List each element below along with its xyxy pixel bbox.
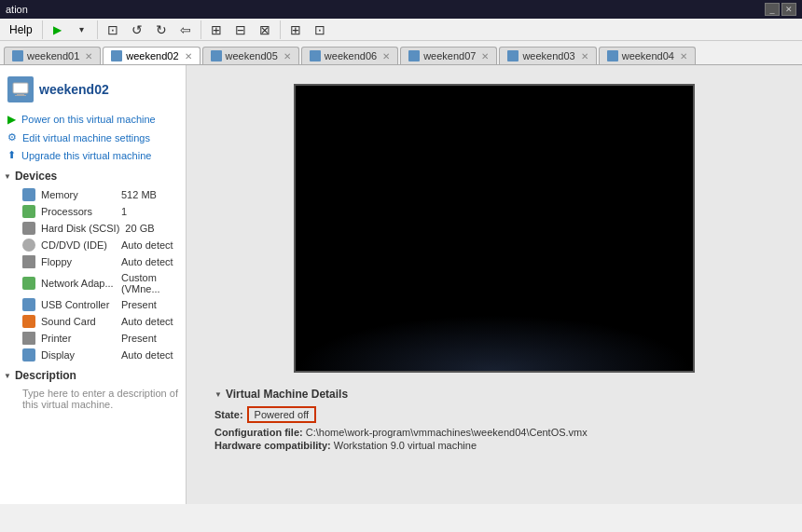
tab-close-weekend03[interactable]: ✕ [581, 51, 588, 61]
device-row-floppy[interactable]: Floppy Auto detect [0, 253, 186, 270]
tab-close-weekend06[interactable]: ✕ [382, 51, 390, 61]
devices-header-label: Devices [15, 170, 57, 183]
device-row-network[interactable]: Network Adap... Custom (VMne... [0, 270, 186, 296]
toolbar-btn-9[interactable]: ⊡ [309, 20, 331, 40]
network-icon [22, 277, 35, 290]
toolbar-btn-5[interactable]: ⊞ [205, 20, 228, 40]
vm-monitor-icon [12, 81, 29, 98]
tab-icon-weekend03 [507, 50, 519, 61]
device-value-floppy: Auto detect [121, 256, 173, 267]
tab-label-weekend05: weekend05 [226, 50, 278, 61]
toolbar-btn-7[interactable]: ⊠ [254, 20, 276, 40]
action-upgrade[interactable]: ⬆ Upgrade this virtual machine [0, 146, 186, 164]
hardware-value: Workstation 9.0 virtual machine [334, 440, 477, 451]
menu-bar: Help ▶ ▾ ⊡ ↺ ↻ ⇦ ⊞ ⊟ ⊠ ⊞ ⊡ [0, 19, 802, 41]
tab-weekend07[interactable]: weekend07 ✕ [400, 47, 497, 64]
tab-icon-weekend07 [408, 50, 420, 61]
tab-weekend03[interactable]: weekend03 ✕ [499, 47, 596, 64]
edit-settings-icon: ⚙ [7, 131, 17, 143]
upgrade-icon: ⬆ [7, 149, 16, 161]
window-controls: _ ✕ [765, 3, 796, 16]
device-value-memory: 512 MB [121, 189, 157, 200]
device-name-printer: Printer [41, 333, 116, 344]
tab-weekend05[interactable]: weekend05 ✕ [202, 47, 299, 64]
vm-icon [7, 76, 34, 102]
content-area: ▼ Virtual Machine Details State: Powered… [187, 65, 802, 504]
toolbar-separator-2 [97, 20, 98, 39]
device-row-cddvd[interactable]: CD/DVD (IDE) Auto detect [0, 237, 186, 253]
device-row-display[interactable]: Display Auto detect [0, 347, 186, 363]
tab-label-weekend07: weekend07 [423, 50, 476, 61]
power-on-icon: ▶ [7, 113, 16, 126]
toolbar-btn-1[interactable]: ⊡ [102, 20, 124, 40]
play-button[interactable]: ▶ [47, 20, 69, 40]
toolbar-btn-8[interactable]: ⊞ [284, 20, 307, 40]
tab-weekend01[interactable]: weekend01 ✕ [4, 47, 101, 64]
minimize-button[interactable]: _ [765, 3, 780, 16]
tab-close-weekend02[interactable]: ✕ [185, 51, 192, 61]
tab-icon-weekend01 [12, 50, 23, 61]
config-label: Configuration file: [214, 427, 303, 438]
device-row-processors[interactable]: Processors 1 [0, 203, 186, 220]
close-button[interactable]: ✕ [781, 3, 796, 16]
details-section-header[interactable]: ▼ Virtual Machine Details [214, 388, 774, 401]
main-layout: weekend02 ▶ Power on this virtual machin… [0, 65, 802, 504]
device-row-harddisk[interactable]: Hard Disk (SCSI) 20 GB [0, 220, 186, 237]
tab-weekend06[interactable]: weekend06 ✕ [301, 47, 398, 64]
soundcard-icon [22, 315, 35, 328]
device-value-cddvd: Auto detect [121, 239, 173, 251]
device-name-processors: Processors [41, 206, 116, 217]
device-row-memory[interactable]: Memory 512 MB [0, 186, 186, 203]
toolbar-btn-2[interactable]: ↺ [126, 20, 148, 40]
device-row-soundcard[interactable]: Sound Card Auto detect [0, 313, 186, 330]
devices-section-header[interactable]: ▼ Devices [0, 164, 186, 186]
floppy-icon [22, 255, 35, 268]
device-row-printer[interactable]: Printer Present [0, 330, 186, 347]
config-value: C:\home\work-program\vmmachines\weekend0… [306, 427, 588, 438]
action-upgrade-label: Upgrade this virtual machine [21, 150, 151, 161]
description-placeholder[interactable]: Type here to enter a description of this… [0, 386, 186, 414]
tab-weekend04[interactable]: weekend04 ✕ [599, 47, 696, 64]
state-row: State: Powered off [214, 406, 774, 423]
tab-weekend02[interactable]: weekend02 ✕ [103, 47, 200, 65]
description-section-header[interactable]: ▼ Description [0, 363, 186, 386]
tab-close-weekend04[interactable]: ✕ [680, 51, 687, 61]
description-triangle-icon: ▼ [4, 372, 11, 380]
toolbar-btn-6[interactable]: ⊟ [229, 20, 252, 40]
details-content: State: Powered off Configuration file: C… [214, 406, 774, 451]
devices-triangle-icon: ▼ [4, 172, 11, 181]
tab-close-weekend07[interactable]: ✕ [481, 51, 489, 61]
tab-icon-weekend06 [310, 50, 321, 61]
tab-label-weekend03: weekend03 [522, 50, 574, 61]
device-value-processors: 1 [121, 206, 127, 217]
hardware-row: Hardware compatibility: Workstation 9.0 … [214, 440, 774, 451]
tab-close-weekend05[interactable]: ✕ [283, 51, 291, 61]
toolbar-separator-3 [200, 20, 201, 39]
action-power-on[interactable]: ▶ Power on this virtual machine [0, 110, 186, 129]
processors-icon [22, 205, 35, 218]
state-badge: Powered off [247, 406, 317, 423]
device-name-usb: USB Controller [41, 299, 116, 310]
vm-screen[interactable] [294, 84, 695, 373]
toolbar-btn-3[interactable]: ↻ [150, 20, 173, 40]
toolbar-btn-4[interactable]: ⇦ [174, 20, 197, 40]
menu-help[interactable]: Help [4, 21, 38, 38]
tab-icon-weekend04 [607, 50, 618, 61]
app-title: ation [6, 4, 28, 15]
hardware-label: Hardware compatibility: [214, 440, 331, 451]
cddvd-icon [22, 239, 35, 252]
tab-label-weekend04: weekend04 [622, 50, 674, 61]
device-name-memory: Memory [41, 189, 116, 200]
action-edit-settings-label: Edit virtual machine settings [22, 132, 150, 143]
sidebar: weekend02 ▶ Power on this virtual machin… [0, 65, 187, 504]
device-row-usb[interactable]: USB Controller Present [0, 296, 186, 313]
play-dropdown-button[interactable]: ▾ [71, 20, 93, 40]
tab-label-weekend01: weekend01 [27, 50, 79, 61]
device-name-display: Display [41, 349, 116, 361]
action-edit-settings[interactable]: ⚙ Edit virtual machine settings [0, 129, 186, 146]
description-header-label: Description [15, 369, 76, 382]
tab-icon-weekend05 [211, 50, 222, 61]
device-value-printer: Present [121, 333, 157, 344]
device-value-soundcard: Auto detect [121, 316, 173, 327]
tab-close-weekend01[interactable]: ✕ [85, 51, 92, 61]
